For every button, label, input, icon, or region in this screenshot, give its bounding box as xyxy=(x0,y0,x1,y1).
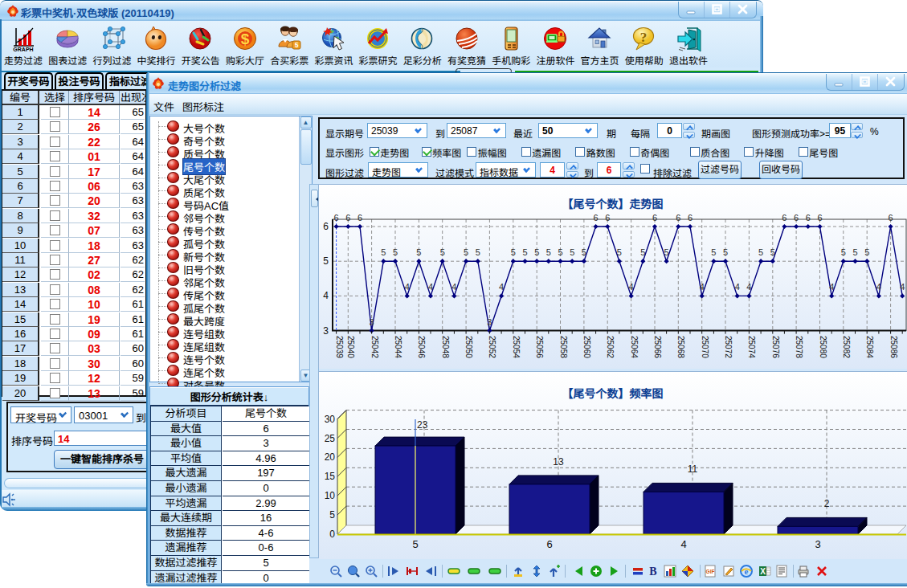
svg-text:25072: 25072 xyxy=(724,336,733,358)
svg-text:25042: 25042 xyxy=(370,336,379,358)
svg-text:?: ? xyxy=(640,30,648,45)
svg-text:6: 6 xyxy=(889,213,893,223)
svg-text:6: 6 xyxy=(688,213,693,223)
svg-text:25074: 25074 xyxy=(747,336,756,358)
svg-text:0: 0 xyxy=(329,529,335,540)
svg-text:25052: 25052 xyxy=(488,336,496,358)
svg-text:25084: 25084 xyxy=(865,336,874,358)
svg-text:25058: 25058 xyxy=(559,336,568,358)
svg-text:23: 23 xyxy=(417,419,428,431)
svg-text:25060: 25060 xyxy=(582,336,591,358)
svg-text:5: 5 xyxy=(511,247,516,257)
svg-text:5: 5 xyxy=(864,247,869,257)
svg-text:25050: 25050 xyxy=(464,336,473,358)
svg-text:25054: 25054 xyxy=(512,336,521,358)
svg-text:5: 5 xyxy=(546,247,551,257)
svg-text:30: 30 xyxy=(325,414,336,425)
svg-text:5: 5 xyxy=(323,255,329,267)
svg-text:5: 5 xyxy=(770,247,775,257)
svg-text:5: 5 xyxy=(841,247,846,257)
svg-text:5: 5 xyxy=(464,247,468,257)
svg-text:5: 5 xyxy=(617,247,622,257)
svg-text:6: 6 xyxy=(594,213,599,223)
svg-text:GRAPH: GRAPH xyxy=(13,47,33,52)
svg-text:5: 5 xyxy=(476,247,480,257)
svg-text:3: 3 xyxy=(815,538,820,550)
svg-text:25062: 25062 xyxy=(606,336,615,358)
svg-text:6: 6 xyxy=(652,213,657,223)
svg-text:25039: 25039 xyxy=(335,336,344,358)
svg-text:$: $ xyxy=(240,31,249,47)
svg-text:25056: 25056 xyxy=(535,336,544,358)
svg-text:5: 5 xyxy=(329,509,335,521)
svg-text:25044: 25044 xyxy=(394,336,402,358)
svg-text:6: 6 xyxy=(323,221,329,232)
svg-text:4: 4 xyxy=(700,282,705,292)
svg-text:25048: 25048 xyxy=(441,336,450,358)
svg-text:13: 13 xyxy=(553,456,564,468)
svg-text:25080: 25080 xyxy=(819,336,827,358)
svg-text:5: 5 xyxy=(758,247,763,257)
svg-text:4: 4 xyxy=(405,282,410,292)
svg-text:B: B xyxy=(649,566,656,578)
svg-text:25064: 25064 xyxy=(630,336,639,358)
svg-text:6: 6 xyxy=(794,213,799,223)
svg-text:5: 5 xyxy=(416,247,421,257)
svg-text:4: 4 xyxy=(629,282,634,292)
svg-text:15: 15 xyxy=(325,471,336,482)
svg-text:3: 3 xyxy=(323,325,329,337)
svg-text:5: 5 xyxy=(558,247,562,257)
svg-text:e: e xyxy=(745,566,749,576)
svg-text:5: 5 xyxy=(664,247,669,257)
svg-text:6: 6 xyxy=(357,213,362,223)
svg-text:5: 5 xyxy=(440,247,445,257)
svg-text:25: 25 xyxy=(325,433,336,444)
svg-text:5: 5 xyxy=(582,247,586,257)
svg-text:5: 5 xyxy=(534,247,539,257)
svg-text:5: 5 xyxy=(711,247,716,257)
svg-text:6: 6 xyxy=(345,213,350,223)
svg-text:11: 11 xyxy=(688,463,698,475)
svg-text:25070: 25070 xyxy=(701,336,709,358)
svg-text:5: 5 xyxy=(294,41,298,49)
svg-text:25082: 25082 xyxy=(842,336,851,358)
svg-text:4: 4 xyxy=(829,282,834,292)
svg-text:25066: 25066 xyxy=(653,336,662,358)
svg-text:6: 6 xyxy=(782,213,786,223)
svg-text:5: 5 xyxy=(852,247,857,257)
svg-text:4: 4 xyxy=(451,282,456,292)
svg-text:25076: 25076 xyxy=(771,336,780,358)
svg-text:4: 4 xyxy=(680,538,686,550)
svg-text:4: 4 xyxy=(735,282,740,292)
svg-text:4: 4 xyxy=(323,290,329,301)
svg-text:5: 5 xyxy=(393,247,398,257)
svg-text:20: 20 xyxy=(325,451,336,463)
svg-text:6: 6 xyxy=(334,213,339,223)
svg-text:5: 5 xyxy=(570,247,574,257)
svg-text:25068: 25068 xyxy=(676,336,685,358)
svg-text:6: 6 xyxy=(806,213,811,223)
svg-text:4: 4 xyxy=(876,282,881,292)
svg-text:4: 4 xyxy=(428,282,433,292)
svg-text:4: 4 xyxy=(900,282,905,292)
svg-text:3: 3 xyxy=(370,317,374,327)
svg-text:5: 5 xyxy=(381,247,386,257)
svg-text:25078: 25078 xyxy=(795,336,803,358)
svg-text:6: 6 xyxy=(605,213,610,223)
svg-text:25046: 25046 xyxy=(417,336,426,358)
svg-text:5: 5 xyxy=(522,247,527,257)
svg-text:4: 4 xyxy=(499,282,504,292)
svg-text:5: 5 xyxy=(640,247,645,257)
svg-text:3: 3 xyxy=(487,317,492,327)
svg-text:25040: 25040 xyxy=(346,336,355,358)
svg-text:25086: 25086 xyxy=(889,336,898,358)
svg-text:4: 4 xyxy=(746,282,751,292)
svg-text:6: 6 xyxy=(817,213,822,223)
svg-text:X: X xyxy=(760,567,766,576)
svg-text:5: 5 xyxy=(412,538,418,550)
svg-text:6: 6 xyxy=(676,213,680,223)
svg-text:10: 10 xyxy=(325,490,336,501)
svg-text:2: 2 xyxy=(824,498,830,509)
svg-text:GIF: GIF xyxy=(706,569,715,574)
svg-text:6: 6 xyxy=(546,538,552,550)
